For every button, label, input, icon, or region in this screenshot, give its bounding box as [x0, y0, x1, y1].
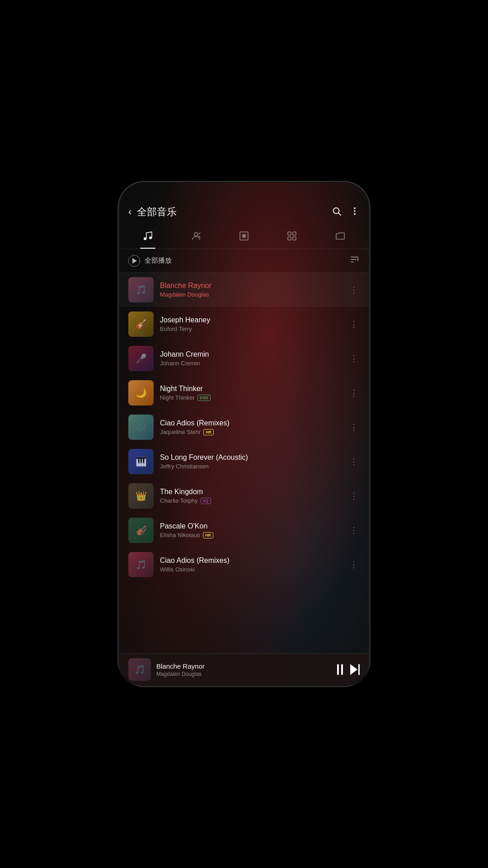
song-item[interactable]: 🎵Blanche RaynorMagdalen Douglas⋮ — [119, 273, 369, 307]
song-more-button[interactable]: ⋮ — [348, 455, 360, 468]
song-artist: Charlie Torphy — [160, 497, 198, 504]
back-button[interactable]: ‹ — [128, 206, 131, 218]
svg-point-5 — [144, 237, 146, 240]
now-playing-bar[interactable]: 🎵 Blanche Raynor Magdalen Douglas — [119, 653, 369, 685]
svg-point-2 — [354, 207, 356, 209]
song-info: Joseph HeaneyBuford Terry — [160, 316, 342, 332]
pause-bar-1 — [337, 664, 339, 675]
song-more-button[interactable]: ⋮ — [348, 524, 360, 537]
song-item[interactable]: 🎤Johann CreminJohann Cremin⋮ — [119, 341, 369, 376]
quality-badge: HR — [203, 532, 213, 538]
app-content: ‹ 全部音乐 — [119, 183, 369, 685]
song-thumb: 🌙 — [128, 380, 154, 406]
song-artist: Magdalen Douglas — [160, 291, 209, 298]
next-bar — [358, 664, 360, 675]
tab-folder[interactable] — [328, 228, 353, 249]
tab-artist[interactable] — [183, 228, 209, 249]
album-tab-icon — [239, 231, 249, 244]
song-artist-row: Willis Osinski — [160, 566, 342, 573]
song-album-art: 🌙 — [128, 380, 154, 406]
song-artist-row: Johann Cremin — [160, 360, 342, 367]
now-playing-album-art: 🎵 — [128, 658, 151, 681]
pause-button[interactable] — [337, 664, 343, 675]
search-icon[interactable] — [332, 206, 342, 218]
svg-point-3 — [354, 210, 356, 212]
song-artist-row: Night ThinkerDSD — [160, 394, 342, 401]
song-item[interactable]: 🎻Pascale O'KonElisha NikolausHR⋮ — [119, 513, 369, 547]
song-more-button[interactable]: ⋮ — [348, 386, 360, 400]
song-thumb: 🎤 — [128, 346, 154, 371]
song-artist: Buford Terry — [160, 326, 192, 332]
song-item[interactable]: 🎵Ciao Adios (Remixes)Willis Osinski⋮ — [119, 547, 369, 582]
song-thumb: 🎵 — [128, 552, 154, 577]
grid-tab-icon — [286, 231, 297, 244]
song-more-button[interactable]: ⋮ — [348, 317, 360, 331]
svg-point-6 — [149, 236, 152, 239]
now-playing-controls — [337, 664, 360, 675]
song-artist-row: Jaqueline StehrHR — [160, 429, 342, 435]
song-more-button[interactable]: ⋮ — [348, 558, 360, 571]
song-artist: Jeffry Christiansen — [160, 463, 208, 470]
svg-point-4 — [354, 213, 356, 215]
song-item[interactable]: 🎹So Long Forever (Acoustic)Jeffry Christ… — [119, 444, 369, 479]
song-more-button[interactable]: ⋮ — [348, 283, 360, 297]
sort-icon[interactable] — [350, 255, 360, 267]
song-album-art: 👑 — [128, 483, 154, 509]
song-artist-row: Magdalen Douglas — [160, 291, 342, 298]
song-artist: Johann Cremin — [160, 360, 200, 367]
song-thumb: 🎻 — [128, 518, 154, 543]
song-info: Night ThinkerNight ThinkerDSD — [160, 385, 342, 401]
song-more-button[interactable]: ⋮ — [348, 420, 360, 434]
svg-point-7 — [194, 232, 198, 236]
more-options-icon[interactable] — [350, 206, 360, 218]
play-all-button[interactable] — [128, 255, 140, 267]
artist-tab-icon — [191, 231, 202, 244]
song-item[interactable]: 🎸Joseph HeaneyBuford Terry⋮ — [119, 307, 369, 341]
song-thumb: 👑 — [128, 483, 154, 509]
svg-rect-13 — [288, 237, 291, 240]
play-all-bar: 全部播放 — [119, 249, 369, 273]
song-title: Johann Cremin — [160, 350, 342, 359]
song-title: Pascale O'Kon — [160, 522, 342, 530]
song-album-art: 🎵 — [128, 552, 154, 577]
song-artist: Willis Osinski — [160, 566, 195, 573]
song-title: Joseph Heaney — [160, 316, 342, 324]
song-info: Ciao Adios (Remixes)Willis Osinski — [160, 557, 342, 573]
pause-icon — [337, 664, 343, 675]
song-artist: Jaqueline Stehr — [160, 429, 201, 435]
song-album-art: 🎸 — [128, 311, 154, 337]
tab-bar — [119, 224, 369, 249]
song-more-button[interactable]: ⋮ — [348, 489, 360, 503]
next-button[interactable] — [350, 664, 360, 675]
header-icons — [332, 206, 360, 218]
next-icon — [350, 664, 360, 675]
next-triangle — [350, 664, 357, 675]
song-artist-row: Charlie TorphySQ — [160, 497, 342, 504]
song-title: The Kingdom — [160, 488, 342, 496]
tab-album[interactable] — [231, 228, 257, 249]
song-info: Johann CreminJohann Cremin — [160, 350, 342, 367]
now-playing-thumb: 🎵 — [128, 658, 151, 681]
song-item[interactable]: 👑The KingdomCharlie TorphySQ⋮ — [119, 479, 369, 513]
song-artist: Elisha Nikolaus — [160, 532, 200, 538]
song-thumb: 🎵 — [128, 277, 154, 302]
play-all-label: 全部播放 — [145, 256, 345, 265]
song-album-art: 🎵 — [128, 277, 154, 302]
tab-music[interactable] — [135, 228, 160, 249]
song-info: So Long Forever (Acoustic)Jeffry Christi… — [160, 453, 342, 470]
song-info: Blanche RaynorMagdalen Douglas — [160, 282, 342, 298]
song-info: Ciao Adios (Remixes)Jaqueline StehrHR — [160, 419, 342, 435]
song-artist-row: Jeffry Christiansen — [160, 463, 342, 470]
phone-frame: ‹ 全部音乐 — [117, 181, 371, 687]
song-list: 🎵Blanche RaynorMagdalen Douglas⋮🎸Joseph … — [119, 273, 369, 653]
song-item[interactable]: 🌙Night ThinkerNight ThinkerDSD⋮ — [119, 376, 369, 410]
song-more-button[interactable]: ⋮ — [348, 352, 360, 365]
song-title: Night Thinker — [160, 385, 342, 393]
now-playing-info: Blanche Raynor Magdalen Douglas — [156, 662, 332, 677]
song-album-art: 🎶 — [128, 415, 154, 440]
quality-badge: HR — [203, 429, 214, 435]
tab-grid[interactable] — [279, 228, 305, 249]
song-title: Blanche Raynor — [160, 282, 342, 290]
song-item[interactable]: 🎶Ciao Adios (Remixes)Jaqueline StehrHR⋮ — [119, 410, 369, 444]
song-album-art: 🎤 — [128, 346, 154, 371]
